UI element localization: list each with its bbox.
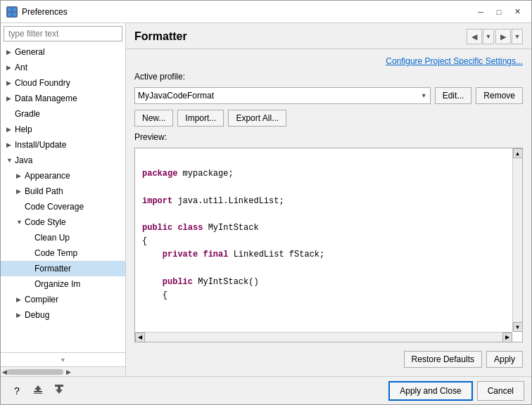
sidebar-item-formatter[interactable]: Formatter [1, 261, 125, 276]
code-content: package mypackage; import java.util.Link… [135, 148, 522, 342]
edit-button[interactable]: Edit... [435, 87, 472, 104]
preview-scroll-h[interactable]: ◀ ▶ [135, 332, 512, 342]
arrow-data-management: ▶ [6, 95, 15, 102]
sidebar-item-code-style[interactable]: ▼ Code Style [1, 214, 125, 230]
sidebar-item-code-templates[interactable]: Code Temp [1, 245, 125, 261]
apply-button[interactable]: Apply [486, 351, 523, 368]
sidebar-item-build-path[interactable]: ▶ Build Path [1, 184, 125, 199]
sidebar-item-cloud-foundry[interactable]: ▶ Cloud Foundry [1, 75, 125, 91]
filter-input[interactable] [4, 26, 122, 41]
arrow-formatter [26, 265, 34, 272]
svg-rect-7 [55, 385, 63, 387]
arrow-build-path: ▶ [16, 188, 25, 195]
svg-marker-6 [34, 385, 42, 391]
new-button[interactable]: New... [134, 110, 173, 127]
scroll-track-v[interactable] [513, 158, 523, 322]
scroll-track-h[interactable] [145, 333, 502, 342]
label-compiler: Compiler [25, 295, 58, 304]
main-content: ▶ General ▶ Ant ▶ Cloud Foundry ▶ Data M… [1, 23, 531, 376]
maximize-button[interactable]: □ [490, 5, 507, 19]
title-bar: Preferences ─ □ ✕ [1, 1, 531, 23]
svg-rect-0 [8, 8, 11, 11]
sidebar-item-organize-imports[interactable]: Organize Im [1, 276, 125, 292]
sidebar: ▶ General ▶ Ant ▶ Cloud Foundry ▶ Data M… [1, 23, 126, 376]
apply-and-close-button[interactable]: Apply and Close [388, 381, 472, 401]
import-preferences-button[interactable] [50, 382, 68, 400]
arrow-install-update: ▶ [6, 141, 15, 148]
code-line-9 [142, 262, 508, 276]
preview-scroll-v[interactable]: ▲ ▼ [512, 148, 522, 332]
arrow-ant: ▶ [6, 64, 15, 71]
svg-rect-5 [34, 393, 42, 394]
label-clean-up: Clean Up [34, 233, 70, 243]
nav-forward-button[interactable]: ▶ [495, 29, 511, 44]
sidebar-hscroll[interactable]: ◀ ▶ [1, 366, 125, 376]
nav-back-dropdown[interactable]: ▼ [483, 29, 494, 44]
close-button[interactable]: ✕ [509, 5, 526, 19]
export-all-button[interactable]: Export All... [228, 110, 286, 127]
sidebar-item-compiler[interactable]: ▶ Compiler [1, 292, 125, 307]
hscroll-thumb[interactable] [7, 369, 63, 375]
footer: ? [1, 376, 531, 404]
svg-marker-9 [56, 387, 63, 394]
arrow-debug: ▶ [16, 311, 25, 319]
label-build-path: Build Path [25, 186, 63, 196]
sidebar-item-gradle[interactable]: Gradle [1, 106, 125, 122]
sidebar-item-appearance[interactable]: ▶ Appearance [1, 168, 125, 184]
sidebar-item-data-management[interactable]: ▶ Data Manageme [1, 91, 125, 106]
sidebar-item-code-coverage[interactable]: Code Coverage [1, 199, 125, 214]
code-line-1 [142, 154, 508, 167]
svg-rect-1 [13, 8, 16, 11]
arrow-cloud-foundry: ▶ [6, 79, 15, 86]
code-line-11: { [142, 289, 508, 302]
arrow-appearance: ▶ [16, 172, 25, 179]
remove-button[interactable]: Remove [476, 87, 523, 104]
export-icon [32, 384, 44, 397]
restore-defaults-button[interactable]: Restore Defaults [404, 351, 482, 368]
bottom-actions: Restore Defaults Apply [134, 348, 523, 369]
sidebar-item-java[interactable]: ▼ Java [1, 153, 125, 168]
sidebar-item-ant[interactable]: ▶ Ant [1, 60, 125, 75]
sidebar-item-install-update[interactable]: ▶ Install/Update [1, 137, 125, 153]
preferences-window: Preferences ─ □ ✕ ▶ General ▶ Ant [0, 0, 532, 405]
scroll-down-button[interactable]: ▼ [513, 322, 523, 332]
label-help: Help [15, 124, 32, 134]
arrow-code-templates [26, 250, 34, 257]
code-line-10: public MyIntStack() [142, 276, 508, 289]
label-java: Java [15, 155, 32, 165]
code-line-8: private final LinkedList fStack; [142, 248, 508, 262]
arrow-code-coverage [16, 203, 25, 210]
help-button[interactable]: ? [8, 382, 26, 400]
scroll-up-button[interactable]: ▲ [513, 148, 523, 158]
minimize-button[interactable]: ─ [472, 5, 489, 19]
profile-value: MyJavaCodeFormat [138, 91, 214, 101]
arrow-general: ▶ [6, 49, 15, 56]
label-code-templates: Code Temp [34, 248, 77, 258]
scroll-right-button[interactable]: ▶ [502, 333, 512, 342]
label-general: General [15, 47, 45, 57]
nav-back-button[interactable]: ◀ [467, 29, 482, 44]
sidebar-item-general[interactable]: ▶ General [1, 44, 125, 60]
sidebar-item-clean-up[interactable]: Clean Up [1, 230, 125, 245]
import-button[interactable]: Import... [177, 110, 224, 127]
nav-forward-dropdown[interactable]: ▼ [512, 29, 523, 44]
scroll-left-button[interactable]: ◀ [135, 333, 145, 342]
label-appearance: Appearance [25, 171, 70, 181]
profile-dropdown[interactable]: MyJavaCodeFormat ▼ [134, 87, 431, 104]
preview-area: package mypackage; import java.util.Link… [134, 148, 523, 342]
panel-title: Formatter [134, 30, 187, 43]
label-ant: Ant [15, 63, 27, 72]
configure-link[interactable]: Configure Project Specific Settings... [134, 56, 523, 66]
label-code-coverage: Code Coverage [25, 202, 84, 212]
sidebar-item-debug[interactable]: ▶ Debug [1, 307, 125, 323]
arrow-organize-imports [26, 281, 34, 288]
svg-rect-4 [34, 391, 42, 392]
export-preferences-button[interactable] [29, 382, 47, 400]
cancel-button[interactable]: Cancel [477, 381, 524, 401]
sidebar-item-help[interactable]: ▶ Help [1, 122, 125, 137]
window-title: Preferences [22, 7, 68, 17]
arrow-clean-up [26, 234, 34, 241]
sidebar-scroll-hint: ▼ [1, 352, 125, 366]
label-gradle: Gradle [15, 109, 40, 119]
window-icon [6, 6, 18, 18]
